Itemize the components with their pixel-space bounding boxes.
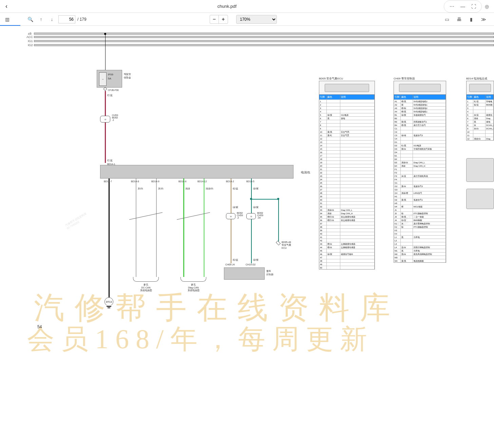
sidebar-toggle-icon[interactable]: ▥ bbox=[3, 15, 12, 24]
bookmark-icon[interactable]: ▮ bbox=[467, 15, 476, 24]
table-title: CH09 整车控制器 bbox=[394, 77, 415, 80]
search-icon[interactable]: 🔍 bbox=[26, 15, 35, 24]
table-row: G2黄/白低速信号2 bbox=[394, 184, 446, 188]
zoom-buttons: − + bbox=[210, 15, 228, 24]
table-row: 34浅绿Diag CAN_H bbox=[319, 211, 375, 215]
table-row: 7黑接地 bbox=[467, 120, 494, 123]
table-row: B1绿/紫加速碰撞信号 bbox=[394, 113, 446, 116]
table-row: J3紫/黑二合一使能 bbox=[394, 215, 446, 218]
zoom-out-button[interactable]: − bbox=[210, 15, 219, 23]
ecu-label: BD05-48安全气囊 ECU bbox=[282, 241, 291, 249]
connector-image bbox=[466, 158, 494, 182]
pin-label: BD14-12 bbox=[197, 180, 207, 183]
connector-label: BD02 CH59 -34 bbox=[257, 212, 263, 219]
bus-bar bbox=[34, 33, 494, 35]
table-row: 3 bbox=[319, 106, 375, 110]
pin-label: CH19-D2 bbox=[246, 263, 255, 266]
pin-table-bd14: 引脚颜色说明 1红/蓝常电电源2棕/蓝BMS唤醒345灰/蓝碰撞信号6浅绿Dia… bbox=[466, 81, 494, 141]
junction-dot bbox=[104, 33, 106, 35]
table-row: B4橙/黑真空压力信号 bbox=[394, 123, 446, 127]
table-row: 20 bbox=[319, 164, 375, 167]
pin-table-bd05: 引脚颜色说明 12345绿/黄IG1电源6黑接地78910黄/黑安全气囊-11黄… bbox=[319, 81, 375, 269]
next-page-icon[interactable]: ↓ bbox=[48, 15, 56, 24]
table-row: 16 bbox=[319, 150, 375, 154]
zoom-in-button[interactable]: + bbox=[219, 15, 228, 23]
target-icon[interactable]: ◎ bbox=[482, 2, 491, 11]
terminal-icon bbox=[276, 241, 281, 245]
wire bbox=[105, 34, 106, 70]
fuse-code: IF06 bbox=[108, 73, 113, 76]
connector-image bbox=[466, 189, 494, 209]
connector-image bbox=[467, 81, 494, 95]
bus-label: IG2 bbox=[28, 43, 33, 47]
table-row: 11黄/红安全气囊 bbox=[319, 133, 375, 137]
zoom-select[interactable]: 170% bbox=[236, 15, 277, 24]
table-row: 48 bbox=[319, 259, 375, 262]
wire-color-label: 浅绿/白 bbox=[206, 187, 213, 190]
wire-color-label: 灰/白 bbox=[138, 187, 143, 190]
page-number: 54 bbox=[37, 324, 42, 329]
ground-symbol bbox=[108, 307, 110, 308]
table-row: 2棕/蓝BMS唤醒 bbox=[467, 103, 494, 106]
vcu-label: 整车 控制器 bbox=[266, 269, 273, 276]
table-row: 5灰/蓝碰撞信号 bbox=[467, 113, 494, 116]
table-row: 18 bbox=[319, 157, 375, 161]
watermark: 汽修帮手在线资料库 bbox=[34, 287, 400, 329]
table-row: H3 bbox=[394, 201, 446, 205]
wire bbox=[231, 179, 231, 263]
bus-label: ACC bbox=[26, 35, 33, 39]
table-row: E4浅绿Diag CAN_H bbox=[394, 164, 446, 167]
overflow-icon[interactable]: ≫ bbox=[479, 15, 488, 24]
wire-color-label: 绿/紫 bbox=[233, 206, 238, 209]
table-row: C4 bbox=[394, 137, 446, 140]
table-row: 22 bbox=[319, 171, 375, 174]
table-row: 17 bbox=[319, 154, 375, 157]
print-icon[interactable]: 🖶 bbox=[455, 15, 463, 24]
battery-pack-box: 电池包 bbox=[100, 165, 293, 179]
table-row: 39 bbox=[319, 228, 375, 232]
table-row: 7 bbox=[319, 120, 375, 123]
document-title: chunk.pdf bbox=[10, 4, 444, 9]
table-row: E3浅绿/白Diag CAN_L bbox=[394, 161, 446, 164]
back-button[interactable]: ‹ bbox=[3, 1, 10, 11]
table-row: 40 bbox=[319, 232, 375, 235]
more-icon[interactable]: ⋯ bbox=[448, 2, 456, 11]
table-row: 8 bbox=[319, 123, 375, 127]
page-number-input[interactable] bbox=[58, 15, 75, 23]
table-row: 19 bbox=[319, 161, 375, 164]
table-row: 12浅绿/白Diag CAN_L bbox=[467, 137, 494, 140]
table-row: 29 bbox=[319, 194, 375, 198]
vcu-box bbox=[224, 267, 265, 280]
table-row: 33浅绿/白Diag CAN_L bbox=[319, 208, 375, 211]
pin-label: BD14-2 bbox=[226, 180, 234, 183]
table-row: 24 bbox=[319, 178, 375, 181]
pdf-viewport[interactable]: ±B ACC IG1 IG2 ⎓ IF06 5A 驾驶室 保险盒 CFJB-F0… bbox=[0, 26, 494, 448]
connector-capsule: ⊖ bbox=[246, 213, 256, 219]
table-row: 6黑接地 bbox=[319, 116, 375, 120]
table-row: H2黄/黑低速信号1 bbox=[394, 198, 446, 201]
pin-label: BD14-8 bbox=[131, 180, 139, 183]
table-row: 46绿/紫碰撞信号输出 bbox=[319, 252, 375, 256]
wire bbox=[183, 179, 184, 277]
wire bbox=[156, 179, 157, 277]
table-row: G4浅绿/橙LIFE信号 bbox=[394, 191, 446, 194]
table-row: 21 bbox=[319, 167, 375, 171]
fuse-box: ⎓ IF06 5A bbox=[97, 70, 122, 88]
table-row: 1红/蓝常电电源 bbox=[467, 99, 494, 103]
fuse-pin: CFJB-F06 bbox=[108, 89, 119, 91]
wire-color-label: 红/蓝 bbox=[107, 159, 113, 162]
table-row: E1 bbox=[394, 154, 446, 157]
table-row: 25 bbox=[319, 181, 375, 184]
fullscreen-icon[interactable]: ⛶ bbox=[469, 2, 478, 11]
table-row: F4 bbox=[394, 178, 446, 181]
pdf-toolbar: ▥ 🔍 ↑ ↓ / 179 − + 170% ▭ 🖶 ▮ ≫ bbox=[0, 13, 494, 26]
connector-image bbox=[394, 81, 446, 95]
table-row: M1黑功率地 bbox=[394, 249, 446, 252]
prev-page-icon[interactable]: ↑ bbox=[37, 15, 45, 24]
table-row: M3 bbox=[394, 256, 446, 259]
minimize-icon[interactable]: — bbox=[458, 2, 467, 11]
presentation-icon[interactable]: ▭ bbox=[442, 15, 451, 24]
table-row: A2紫5V传感器接地1 bbox=[394, 103, 446, 106]
table-row: 44橙/白左侧碰撞传感器 bbox=[319, 245, 375, 249]
wire-color-label: 棕/蓝 bbox=[233, 187, 238, 190]
